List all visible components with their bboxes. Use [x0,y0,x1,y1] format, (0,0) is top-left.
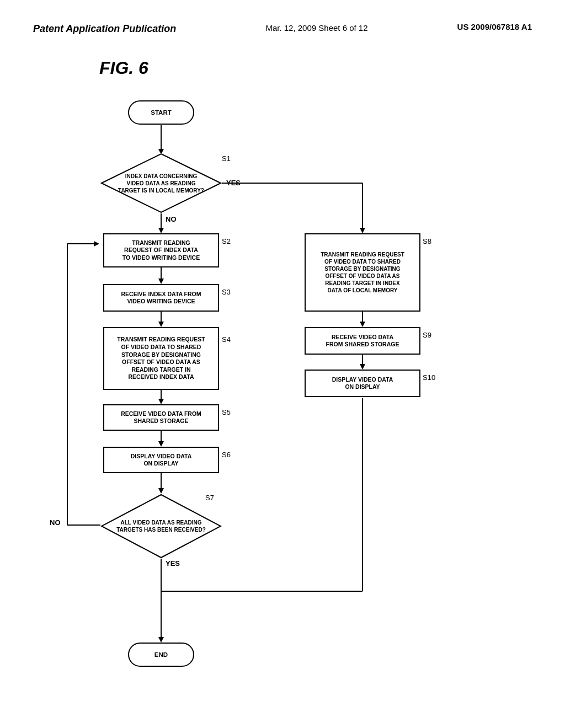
s7-diamond: ALL VIDEO DATA AS READING TARGETS HAS BE… [100,494,222,559]
s2-label: S2 [222,237,231,245]
sheet-info: Mar. 12, 2009 Sheet 6 of 12 [265,22,367,35]
s3-label: S3 [222,288,231,296]
s8-box: TRANSMIT READING REQUEST OF VIDEO DATA T… [305,233,420,312]
s6-label: S6 [222,451,231,459]
svg-marker-9 [158,399,164,404]
yes-label-s7: YES [166,559,180,568]
s5-label: S5 [222,408,231,416]
s1-diamond: INDEX DATA CONCERNING VIDEO DATA AS READ… [100,153,222,213]
svg-marker-15 [158,637,164,643]
s5-box: RECEIVE VIDEO DATA FROM SHARED STORAGE [103,404,219,431]
s2-box: TRANSMIT READING REQUEST OF INDEX DATA T… [103,233,219,267]
svg-marker-3 [158,228,164,233]
s4-box: TRANSMIT READING REQUEST OF VIDEO DATA T… [103,327,219,390]
s3-box: RECEIVE INDEX DATA FROM VIDEO WRITING DE… [103,284,219,312]
s4-label: S4 [222,335,231,344]
s9-box: RECEIVE VIDEO DATA FROM SHARED STORAGE [305,327,420,355]
patent-number: US 2009/067818 A1 [457,22,532,31]
s10-label: S10 [423,373,435,382]
diagram-area: FIG. 6 [0,47,565,718]
publication-label: Patent Application Publication [33,22,176,36]
page: Patent Application Publication Mar. 12, … [0,0,565,728]
svg-marker-19 [94,241,99,247]
no-label-s1: NO [166,215,177,223]
fig-title: FIG. 6 [99,58,532,78]
svg-marker-11 [158,441,164,447]
svg-marker-26 [360,364,365,370]
s6-box: DISPLAY VIDEO DATA ON DISPLAY [103,447,219,473]
s10-box: DISPLAY VIDEO DATA ON DISPLAY [305,370,420,397]
svg-marker-22 [360,228,365,233]
s8-label: S8 [423,237,431,245]
no-label-s7: NO [50,518,61,527]
flowchart: START INDEX DATA CONCERNING VIDEO DATA A… [34,95,531,696]
s9-label: S9 [423,331,431,339]
start-node: START [128,100,194,125]
svg-marker-5 [158,279,164,284]
s7-label: S7 [205,494,214,502]
svg-marker-13 [158,488,164,494]
svg-marker-7 [158,322,164,327]
s1-label: S1 [222,154,231,163]
svg-marker-24 [360,322,365,327]
end-node: END [128,643,194,667]
page-header: Patent Application Publication Mar. 12, … [0,0,565,47]
yes-label-s1: YES [226,179,241,187]
